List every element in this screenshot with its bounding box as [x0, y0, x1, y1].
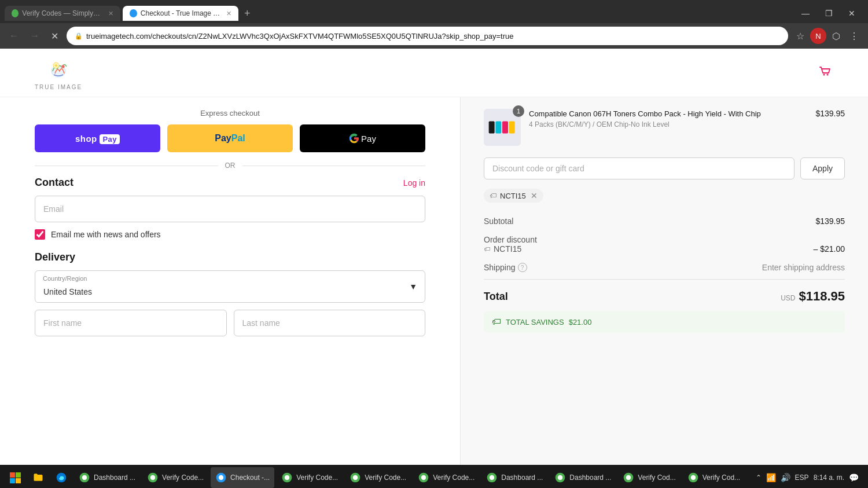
product-image-wrapper: 1 [484, 109, 521, 146]
discount-tag-icon-small: 🏷 [484, 245, 490, 252]
shipping-label-group: Shipping ? [484, 263, 527, 272]
taskbar-edge[interactable] [51, 467, 72, 488]
total-label: Total [484, 291, 508, 303]
tab2-close[interactable]: ✕ [226, 10, 231, 17]
taskbar-item-label-1: Dashboard ... [94, 474, 135, 482]
taskbar-chrome-9[interactable]: Verify Cod... [618, 467, 680, 488]
total-value-group: USD $118.95 [781, 289, 845, 304]
discount-remove-button[interactable]: ✕ [531, 191, 538, 200]
svg-point-19 [219, 475, 223, 480]
newsletter-row: Email me with news and offers [35, 229, 425, 240]
taskbar-chrome-8[interactable]: Dashboard ... [550, 467, 616, 488]
taskbar-item-label-3: Checkout -... [230, 474, 270, 482]
newsletter-checkbox[interactable] [35, 229, 45, 240]
maximize-button[interactable]: ❐ [817, 4, 840, 23]
delivery-title: Delivery [35, 251, 75, 263]
tab-2[interactable]: Checkout - True Image Tech ✕ [123, 6, 238, 21]
taskbar-chrome-3[interactable]: Checkout -... [211, 467, 274, 488]
product-details: Compatible Canon 067H Toners Combo Pack … [529, 109, 807, 129]
svg-rect-5 [489, 122, 495, 134]
forward-button[interactable]: → [27, 28, 43, 43]
shipping-info-icon[interactable]: ? [518, 263, 527, 272]
gpay-label: Pay [349, 133, 376, 144]
last-name-field[interactable] [234, 310, 426, 336]
cart-button[interactable] [817, 63, 833, 83]
tab2-label: Checkout - True Image Tech [141, 9, 220, 17]
svg-rect-6 [495, 122, 501, 134]
logo-text: TRUE IMAGE [35, 84, 82, 90]
taskbar-folder[interactable] [28, 467, 49, 488]
savings-label: TOTAL SAVINGS [506, 318, 564, 326]
login-link[interactable]: Log in [403, 178, 425, 188]
menu-button[interactable]: ⋮ [846, 28, 862, 44]
minimize-button[interactable]: — [794, 4, 817, 23]
taskbar-lang: ESP [795, 474, 809, 482]
discount-code-row: 🏷 NCTI15 – $21.00 [484, 244, 845, 258]
url-text: trueimagetech.com/checkouts/cn/Z2NwLXVzL… [86, 32, 780, 41]
close-button[interactable]: ✕ [840, 4, 863, 23]
svg-point-29 [558, 475, 562, 480]
tab-1[interactable]: Verify Codes — SimplyCodes ✕ [5, 6, 120, 21]
svg-rect-7 [502, 122, 508, 134]
name-row [35, 310, 425, 336]
delivery-section: Delivery Country/Region United States ▼ [35, 251, 425, 336]
product-name: Compatible Canon 067H Toners Combo Pack … [529, 109, 807, 119]
tab2-favicon [130, 9, 137, 17]
new-tab-button[interactable]: + [241, 8, 254, 20]
shipping-value: Enter shipping address [762, 263, 845, 272]
taskbar-chrome-7[interactable]: Dashboard ... [481, 467, 547, 488]
or-text: OR [225, 162, 236, 170]
tab1-favicon [12, 9, 19, 17]
taskbar-item-label-7: Dashboard ... [501, 474, 543, 482]
taskbar-item-label-8: Dashboard ... [569, 474, 611, 482]
secure-icon: 🔒 [75, 32, 83, 40]
savings-amount: $21.00 [569, 318, 592, 326]
start-button[interactable] [5, 467, 25, 488]
delivery-header: Delivery [35, 251, 425, 263]
svg-point-31 [626, 475, 631, 480]
first-name-field[interactable] [35, 310, 227, 336]
gpay-button[interactable]: Pay [300, 124, 425, 152]
window-controls: — ❐ ✕ [794, 4, 863, 23]
express-checkout-label: Express checkout [35, 109, 425, 118]
order-summary: Subtotal $139.95 Order discount 🏷 NCTI15… [484, 212, 845, 333]
tab1-close[interactable]: ✕ [108, 10, 113, 17]
back-button[interactable]: ← [6, 28, 22, 43]
product-variant: 4 Packs (BK/C/M/Y) / OEM Chip-No Ink Lev… [529, 120, 807, 129]
taskbar-item-label-10: Verify Cod... [703, 474, 740, 482]
taskbar-chrome-6[interactable]: Verify Code... [413, 467, 479, 488]
discount-input[interactable] [484, 157, 795, 179]
taskbar-chrome-2[interactable]: Verify Code... [142, 467, 208, 488]
total-amount: $118.95 [799, 289, 845, 304]
subtotal-label: Subtotal [484, 217, 513, 226]
shop-pay-button[interactable]: shop Pay [35, 124, 160, 152]
page-content: TRUE IMAGE Express checkout shop Pay Pay… [0, 49, 868, 465]
taskbar-chrome-4[interactable]: Verify Code... [277, 467, 343, 488]
last-name-wrapper [234, 310, 426, 336]
svg-point-3 [823, 74, 825, 75]
logo-area: TRUE IMAGE [35, 55, 82, 90]
apply-button[interactable]: Apply [800, 157, 845, 179]
product-item: 1 Compatible Canon 067H Toners Combo Pac… [484, 109, 845, 146]
extensions-button[interactable]: ⬡ [829, 28, 844, 44]
svg-rect-8 [509, 122, 515, 134]
svg-rect-9 [10, 472, 15, 478]
paypal-button[interactable]: PayPal [167, 124, 293, 152]
contact-section: Contact Log in Email me with news and of… [35, 177, 425, 240]
bookmark-button[interactable]: ☆ [793, 28, 808, 44]
discount-code-label: NCTI15 [500, 192, 526, 200]
taskbar-clock: 8:14 a. m. [814, 474, 844, 482]
taskbar-chrome-1[interactable]: Dashboard ... [74, 467, 140, 488]
shipping-row: Shipping ? Enter shipping address [484, 258, 845, 277]
profile-button[interactable]: N [810, 28, 826, 44]
taskbar-chrome-10[interactable]: Verify Cod... [683, 467, 745, 488]
url-bar[interactable]: 🔒 trueimagetech.com/checkouts/cn/Z2NwLXV… [67, 27, 788, 45]
discount-code-row-label: 🏷 NCTI15 [484, 244, 521, 254]
email-field[interactable] [35, 196, 425, 222]
taskbar-chrome-5[interactable]: Verify Code... [345, 467, 411, 488]
taskbar-item-label-5: Verify Code... [365, 474, 406, 482]
reload-button[interactable]: ✕ [47, 28, 62, 44]
country-select[interactable]: United States [35, 270, 425, 303]
browser-chrome: Verify Codes — SimplyCodes ✕ Checkout - … [0, 0, 868, 49]
contact-header: Contact Log in [35, 177, 425, 189]
